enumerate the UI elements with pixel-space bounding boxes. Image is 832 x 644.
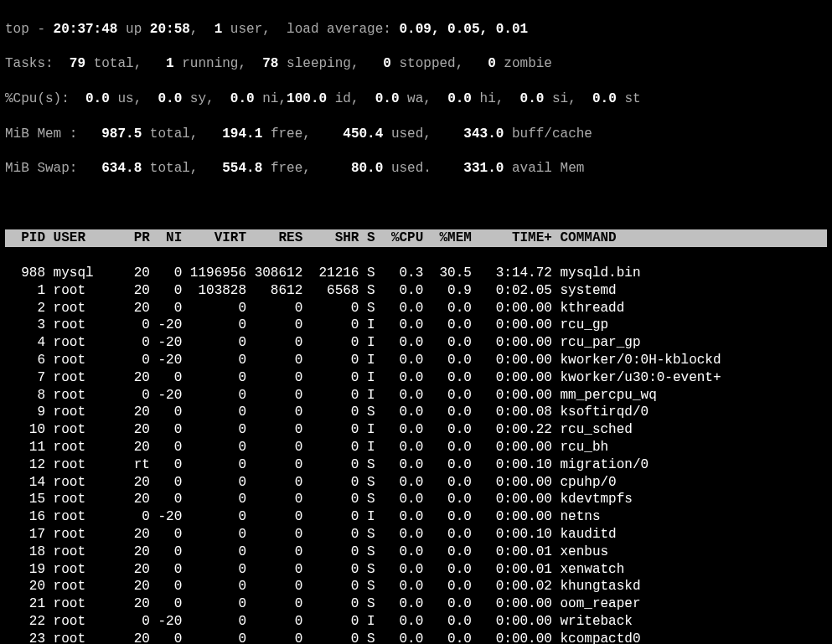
- process-row[interactable]: 3 root 0 -20 0 0 0 I 0.0 0.0 0:00.00 rcu…: [5, 317, 827, 334]
- process-row[interactable]: 6 root 0 -20 0 0 0 I 0.0 0.0 0:00.00 kwo…: [5, 352, 827, 369]
- summary-line-1: top - 20:37:48 up 20:58, 1 user, load av…: [5, 21, 827, 39]
- process-row[interactable]: 1 root 20 0 103828 8612 6568 S 0.0 0.9 0…: [5, 282, 827, 300]
- process-row[interactable]: 4 root 0 -20 0 0 0 I 0.0 0.0 0:00.00 rcu…: [5, 334, 827, 352]
- process-row[interactable]: 15 root 20 0 0 0 0 S 0.0 0.0 0:00.00 kde…: [5, 491, 827, 508]
- table-header[interactable]: PID USER PR NI VIRT RES SHR S %CPU %MEM …: [5, 229, 827, 247]
- process-row[interactable]: 2 root 20 0 0 0 0 S 0.0 0.0 0:00.00 kthr…: [5, 300, 827, 317]
- process-row[interactable]: 7 root 20 0 0 0 0 I 0.0 0.0 0:00.00 kwor…: [5, 369, 827, 387]
- process-row[interactable]: 988 mysql 20 0 1196956 308612 21216 S 0.…: [5, 265, 827, 282]
- process-row[interactable]: 9 root 20 0 0 0 0 S 0.0 0.0 0:00.08 ksof…: [5, 404, 827, 421]
- process-row[interactable]: 11 root 20 0 0 0 0 I 0.0 0.0 0:00.00 rcu…: [5, 439, 827, 456]
- process-row[interactable]: 16 root 0 -20 0 0 0 I 0.0 0.0 0:00.00 ne…: [5, 508, 827, 526]
- process-row[interactable]: 10 root 20 0 0 0 0 I 0.0 0.0 0:00.22 rcu…: [5, 421, 827, 439]
- process-row[interactable]: 21 root 20 0 0 0 0 S 0.0 0.0 0:00.00 oom…: [5, 595, 827, 613]
- process-list[interactable]: 988 mysql 20 0 1196956 308612 21216 S 0.…: [5, 265, 827, 644]
- summary-line-mem: MiB Mem : 987.5 total, 194.1 free, 450.4…: [5, 126, 827, 143]
- process-row[interactable]: 17 root 20 0 0 0 0 S 0.0 0.0 0:00.10 kau…: [5, 526, 827, 544]
- process-row[interactable]: 23 root 20 0 0 0 0 S 0.0 0.0 0:00.00 kco…: [5, 631, 827, 644]
- summary-line-tasks: Tasks: 79 total, 1 running, 78 sleeping,…: [5, 55, 827, 73]
- summary-line-swap: MiB Swap: 634.8 total, 554.8 free, 80.0 …: [5, 160, 827, 178]
- process-row[interactable]: 18 root 20 0 0 0 0 S 0.0 0.0 0:00.01 xen…: [5, 544, 827, 561]
- process-row[interactable]: 22 root 0 -20 0 0 0 I 0.0 0.0 0:00.00 wr…: [5, 613, 827, 631]
- blank-line: [5, 195, 827, 213]
- top-terminal[interactable]: top - 20:37:48 up 20:58, 1 user, load av…: [0, 0, 832, 644]
- process-row[interactable]: 14 root 20 0 0 0 0 S 0.0 0.0 0:00.00 cpu…: [5, 474, 827, 492]
- process-row[interactable]: 19 root 20 0 0 0 0 S 0.0 0.0 0:00.01 xen…: [5, 561, 827, 579]
- summary-line-cpu: %Cpu(s): 0.0 us, 0.0 sy, 0.0 ni,100.0 id…: [5, 90, 827, 108]
- process-row[interactable]: 20 root 20 0 0 0 0 S 0.0 0.0 0:00.02 khu…: [5, 578, 827, 595]
- process-row[interactable]: 8 root 0 -20 0 0 0 I 0.0 0.0 0:00.00 mm_…: [5, 387, 827, 404]
- process-row[interactable]: 12 root rt 0 0 0 0 S 0.0 0.0 0:00.10 mig…: [5, 456, 827, 474]
